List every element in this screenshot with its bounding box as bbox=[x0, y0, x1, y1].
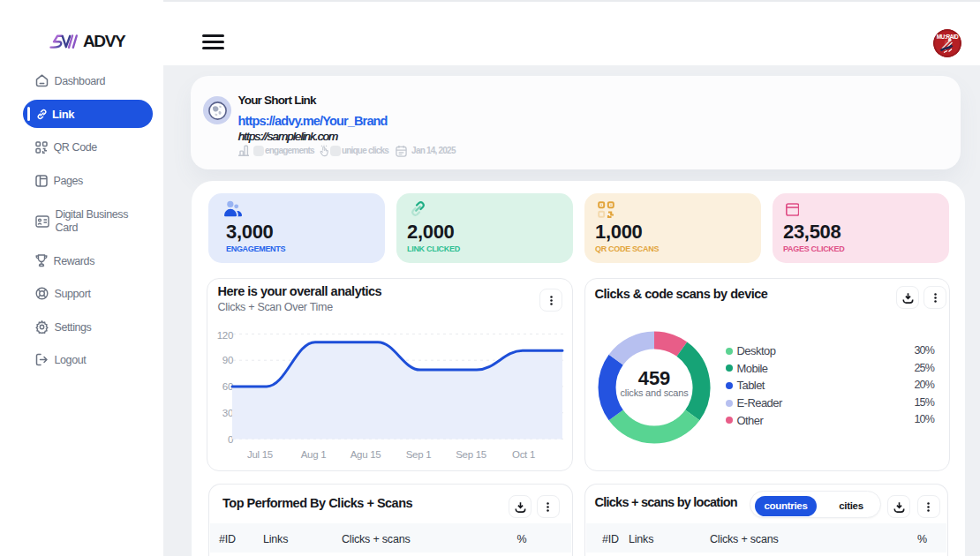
svg-text:459: 459 bbox=[638, 367, 671, 389]
svg-text:120: 120 bbox=[217, 330, 233, 341]
svg-text:30: 30 bbox=[222, 408, 233, 418]
svg-text:Aug 1: Aug 1 bbox=[301, 449, 327, 460]
svg-text:clicks and scans: clicks and scans bbox=[621, 387, 690, 398]
svg-text:MU:RAID: MU:RAID bbox=[937, 34, 959, 40]
svg-text:Agu 15: Agu 15 bbox=[351, 449, 381, 460]
svg-text:Sep 1: Sep 1 bbox=[406, 449, 432, 460]
svg-text:90: 90 bbox=[222, 355, 233, 365]
svg-text:Sep 15: Sep 15 bbox=[456, 449, 486, 460]
svg-text:Oct 1: Oct 1 bbox=[512, 449, 535, 460]
svg-text:Jul 15: Jul 15 bbox=[247, 449, 273, 460]
